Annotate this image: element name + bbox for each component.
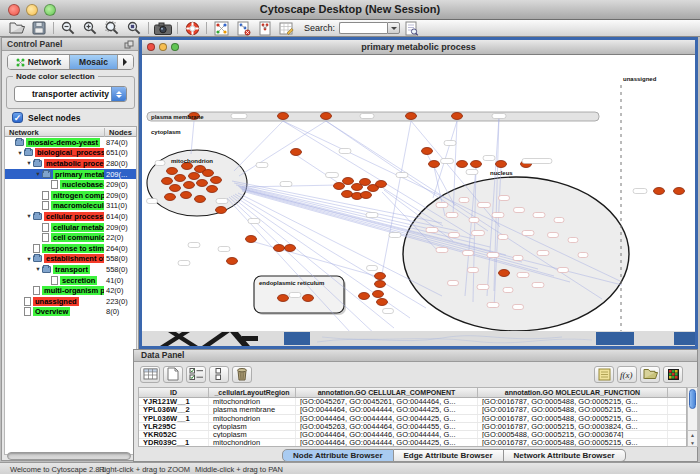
zoom-selected-button[interactable] [101,20,123,36]
edge[interactable] [296,155,337,182]
node-label-pill[interactable] [517,273,529,278]
graph-node[interactable] [303,295,314,302]
graph-node[interactable] [471,161,482,168]
node-label-pill[interactable] [441,159,454,164]
node-label-pill[interactable] [487,253,499,258]
expander-icon[interactable]: ▼ [16,150,24,156]
node-label-pill[interactable] [487,303,499,308]
col-molecular-function[interactable]: annotation.GO MOLECULAR_FUNCTION [478,388,668,397]
notes-button[interactable] [594,366,614,383]
window-titlebar[interactable]: Cytoscape Desktop (New Session) [0,0,700,20]
tree-row[interactable]: Overview8(0) [5,307,136,318]
tree-col-nodes[interactable]: Nodes [104,128,132,137]
tree-row[interactable]: macromolecule311(0) [5,201,136,212]
graph-node[interactable] [342,191,353,198]
tree-row[interactable]: ▼establishment of lo558(0) [5,254,136,265]
graph-node[interactable] [189,173,200,180]
network-graph[interactable]: plasma membrane cytoplasm mitochondrion … [142,55,695,346]
graph-node[interactable] [429,161,440,168]
node-label-pill[interactable] [426,228,438,233]
graph-node[interactable] [321,113,332,120]
edit-network-attributes-button[interactable] [254,20,276,36]
graph-node[interactable] [227,258,238,265]
graph-node[interactable] [496,161,507,168]
graph-node[interactable] [457,161,468,168]
control-panel-titlebar[interactable]: Control Panel [2,38,138,51]
tree-row[interactable]: ▼primary metabol209(... [5,169,136,180]
graph-node[interactable] [167,168,178,175]
tree-row[interactable]: nitrogen compo209(0) [5,190,136,201]
select-nodes-checkbox[interactable]: ✓ [12,112,23,123]
node-label-pill[interactable] [492,213,504,218]
tab-mosaic[interactable]: Mosaic [70,55,118,69]
node-label-pill[interactable] [503,288,513,293]
tree-row[interactable]: ▼cellular process614(0) [5,211,136,222]
tree-row[interactable]: ▼transport558(0) [5,264,136,275]
tree-row[interactable]: unassigned223(0) [5,296,136,307]
graph-node[interactable] [195,196,206,203]
node-label-pill[interactable] [578,253,588,258]
scrollbar-arrows[interactable]: ▲▼ [688,430,697,446]
edge[interactable] [251,241,379,277]
unselect-all-attributes-button[interactable] [209,366,229,383]
node-label-pill[interactable] [360,114,374,119]
col-cellular-component[interactable]: annotation.GO CELLULAR_COMPONENT [296,388,478,397]
delete-attribute-button[interactable] [232,366,252,383]
edge[interactable] [191,121,194,154]
node-label-pill[interactable] [448,281,459,286]
col-id[interactable]: ID [139,388,209,397]
node-label-pill[interactable] [533,213,545,218]
graph-node[interactable] [291,149,302,156]
node-label-pill[interactable] [178,261,190,266]
node-label-pill[interactable] [326,173,339,178]
graph-node[interactable] [170,185,181,192]
formula-builder-button[interactable]: f(x) [617,366,637,383]
data-panel-titlebar[interactable]: Data Panel [134,350,697,362]
tree-row[interactable]: mosaic-demo-yeast874(0) [5,137,136,148]
node-label-pill[interactable] [514,208,525,213]
node-label-pill[interactable] [256,163,268,168]
node-label-pill[interactable] [436,203,448,208]
heatmap-button[interactable] [663,366,683,383]
node-label-pill[interactable] [449,233,460,238]
node-label-pill[interactable] [513,256,523,261]
table-row[interactable]: YDR039C__1mitochondrion[GO:0044464, GO:0… [139,439,686,447]
graph-node[interactable] [654,188,665,195]
node-label-pill[interactable] [367,266,378,271]
graph-node[interactable] [373,291,384,298]
tree-row[interactable]: ▼metabolic process280(0) [5,158,136,169]
node-label-pill[interactable] [383,309,394,314]
graph-node[interactable] [216,207,227,214]
col-region[interactable]: _cellularLayoutRegion [209,388,296,397]
node-label-pill[interactable] [477,285,489,290]
graph-node[interactable] [361,192,372,199]
more-tabs-button[interactable] [118,55,133,69]
node-label-pill[interactable] [537,251,549,256]
node-label-pill[interactable] [468,268,479,273]
node-label-pill[interactable] [522,159,552,164]
graph-node[interactable] [376,181,387,188]
tree-row[interactable]: cell communicat22(0) [5,232,136,243]
graph-node[interactable] [452,113,463,120]
node-label-pill[interactable] [444,141,456,146]
table-edit-button[interactable] [276,20,298,36]
graph-node[interactable] [197,180,208,187]
node-label-pill[interactable] [548,233,559,238]
tab-node-attribute-browser[interactable]: Node Attribute Browser [282,449,394,462]
graph-node[interactable] [181,192,192,199]
graph-node[interactable] [162,178,173,185]
tree-col-network[interactable]: Network [9,128,39,137]
node-label-pill[interactable] [446,213,458,218]
node-label-pill[interactable] [216,199,228,204]
node-label-pill[interactable] [554,218,564,223]
node-label-pill[interactable] [289,293,301,298]
node-label-pill[interactable] [188,243,200,248]
node-label-pill[interactable] [522,231,534,236]
graph-node[interactable] [175,175,186,182]
open-session-button[interactable] [6,20,28,36]
graph-node[interactable] [406,113,417,120]
node-label-pill[interactable] [463,251,474,256]
graph-node[interactable] [211,177,222,184]
create-network-view-button[interactable] [210,20,232,36]
search-input[interactable] [339,22,387,34]
